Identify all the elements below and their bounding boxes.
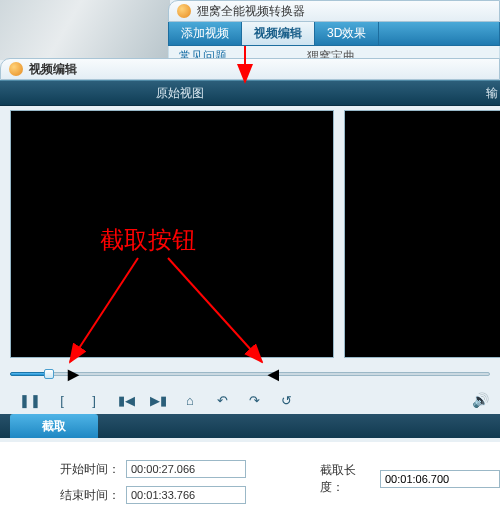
main-tabs: 添加视频 视频编辑 3D效果 bbox=[168, 22, 500, 46]
timeline-progress bbox=[10, 372, 48, 376]
timeline-playhead[interactable] bbox=[44, 369, 54, 379]
trim-in-handle[interactable]: ▶ bbox=[68, 367, 76, 381]
app-title-bar: 狸窝全能视频转换器 bbox=[168, 0, 500, 22]
timeline[interactable]: ▶ ◀ bbox=[10, 368, 490, 382]
rotate-left-button[interactable]: ↶ bbox=[206, 391, 238, 409]
rotate-right-button[interactable]: ↷ bbox=[238, 391, 270, 409]
output-preview bbox=[344, 110, 500, 358]
start-time-label: 开始时间： bbox=[50, 461, 120, 478]
editor-title-bar: 视频编辑 bbox=[0, 58, 500, 80]
tab-video-edit[interactable]: 视频编辑 bbox=[242, 22, 315, 45]
trim-out-handle[interactable]: ◀ bbox=[268, 367, 276, 381]
editor-logo-icon bbox=[9, 62, 23, 76]
volume-icon[interactable]: 🔊 bbox=[464, 391, 496, 409]
prev-frame-button[interactable]: ▮◀ bbox=[110, 391, 142, 409]
app-logo-icon bbox=[177, 4, 191, 18]
editor-title-text: 视频编辑 bbox=[29, 61, 77, 78]
app-title-text: 狸窝全能视频转换器 bbox=[197, 3, 305, 20]
tab-3d-effect[interactable]: 3D效果 bbox=[315, 22, 379, 45]
next-frame-button[interactable]: ▶▮ bbox=[142, 391, 174, 409]
view-header: 原始视图 输 bbox=[0, 80, 500, 106]
timeline-track[interactable] bbox=[10, 372, 490, 376]
tab-add-video[interactable]: 添加视频 bbox=[169, 22, 242, 45]
duration-label: 截取长度： bbox=[320, 462, 374, 496]
end-time-input[interactable] bbox=[126, 486, 246, 504]
duration-input[interactable] bbox=[380, 470, 500, 488]
start-time-input[interactable] bbox=[126, 460, 246, 478]
undo-button[interactable]: ↺ bbox=[270, 391, 302, 409]
original-view-label: 原始视图 bbox=[156, 85, 204, 102]
tab-trim[interactable]: 截取 bbox=[10, 414, 98, 438]
trim-form: 开始时间： 结束时间： 截取长度： bbox=[0, 442, 500, 508]
end-time-label: 结束时间： bbox=[50, 487, 120, 504]
mark-out-button[interactable]: ] bbox=[78, 391, 110, 409]
output-view-label: 输 bbox=[486, 85, 498, 102]
zoom-button[interactable]: ⌂ bbox=[174, 391, 206, 409]
player-toolbar: ❚❚ [ ] ▮◀ ▶▮ ⌂ ↶ ↷ ↺ 🔊 bbox=[0, 388, 500, 412]
mark-in-button[interactable]: [ bbox=[46, 391, 78, 409]
original-preview bbox=[10, 110, 334, 358]
pause-button[interactable]: ❚❚ bbox=[14, 391, 46, 409]
